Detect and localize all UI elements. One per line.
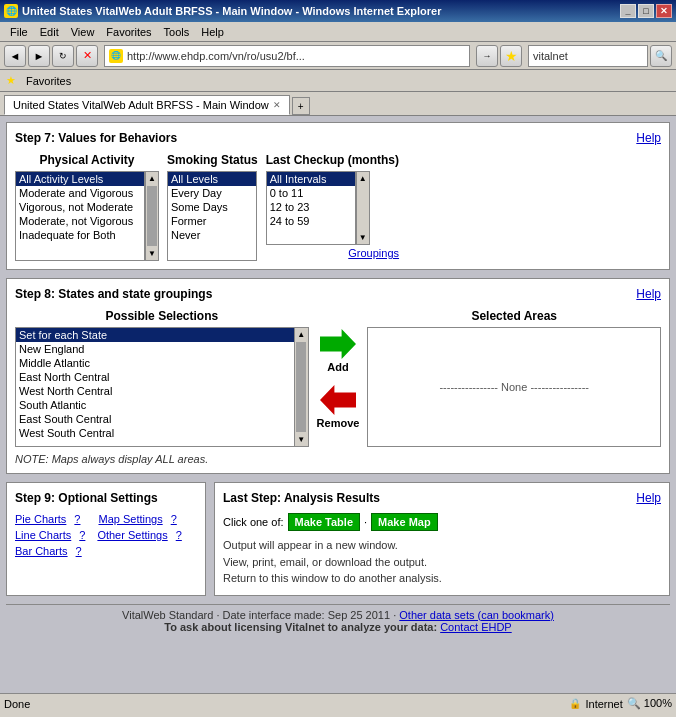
footer: VitalWeb Standard · Date interface made:… [6,604,670,637]
physical-activity-listbox[interactable]: All Activity Levels Moderate and Vigorou… [15,171,145,261]
menu-file[interactable]: File [4,24,34,40]
list-item[interactable]: Former [168,214,256,228]
listbox-scrollbar[interactable]: ▲ ▼ [145,171,159,261]
menu-view[interactable]: View [65,24,101,40]
map-settings-help[interactable]: ? [171,513,177,525]
bottom-row: Step 9: Optional Settings Pie Charts ? M… [6,482,670,604]
contact-ehdp-link[interactable]: Contact EHDP [440,621,512,633]
title-bar: 🌐 United States VitalWeb Adult BRFSS - M… [0,0,676,22]
list-item[interactable]: West South Central [16,426,294,440]
note-text: NOTE: Maps always display ALL areas. [15,453,661,465]
step8-help-link[interactable]: Help [636,287,661,301]
scroll-down-arrow[interactable]: ▼ [357,231,369,244]
menu-tools[interactable]: Tools [158,24,196,40]
list-item[interactable]: Never [168,228,256,242]
scroll-track [358,186,368,230]
close-button[interactable]: ✕ [656,4,672,18]
back-button[interactable]: ◄ [4,45,26,67]
list-item[interactable]: New England [16,342,294,356]
step7-title: Step 7: Values for Behaviors [15,131,177,145]
list-item[interactable]: All Levels [168,172,256,186]
list-item[interactable]: South Atlantic [16,398,294,412]
list-item[interactable]: West North Central [16,384,294,398]
pie-charts-help[interactable]: ? [74,513,80,525]
favorites-label[interactable]: Favorites [26,75,71,87]
other-settings-help[interactable]: ? [176,529,182,541]
new-tab-button[interactable]: + [292,97,310,115]
selected-areas-listbox[interactable]: ---------------- None ---------------- [367,327,661,447]
scroll-down-arrow[interactable]: ▼ [295,433,307,446]
last-step-title: Last Step: Analysis Results [223,491,380,505]
menu-favorites[interactable]: Favorites [100,24,157,40]
go-button[interactable]: → [476,45,498,67]
step7-help-link[interactable]: Help [636,131,661,145]
last-step-help-link[interactable]: Help [636,491,661,505]
bar-charts-row: Bar Charts ? [15,545,197,557]
list-item[interactable]: Every Day [168,186,256,200]
tab-close-button[interactable]: ✕ [273,100,281,110]
possible-selections-panel: Possible Selections Set for each State N… [15,309,309,447]
add-arrow-icon[interactable] [320,329,356,359]
list-item[interactable]: East South Central [16,412,294,426]
scroll-up-arrow[interactable]: ▲ [295,328,307,341]
maximize-button[interactable]: □ [638,4,654,18]
scroll-up-arrow[interactable]: ▲ [146,172,158,185]
pie-charts-link[interactable]: Pie Charts [15,513,66,525]
refresh-button[interactable]: ↻ [52,45,74,67]
list-item[interactable]: Some Days [168,200,256,214]
checkup-scrollbar[interactable]: ▲ ▼ [356,171,370,245]
list-item[interactable]: All Activity Levels [16,172,144,186]
make-table-button[interactable]: Make Table [288,513,361,531]
click-one-label: Click one of: [223,516,284,528]
bar-charts-link[interactable]: Bar Charts [15,545,68,557]
last-checkup-listbox[interactable]: All Intervals 0 to 11 12 to 23 24 to 59 [266,171,356,245]
groupings-link[interactable]: Groupings [266,247,399,259]
step9-section: Step 9: Optional Settings Pie Charts ? M… [6,482,206,596]
possible-selections-listbox[interactable]: Set for each State New England Middle At… [15,327,309,447]
line-charts-link[interactable]: Line Charts [15,529,71,541]
minimize-button[interactable]: _ [620,4,636,18]
click-one-row: Click one of: Make Table · Make Map [223,513,661,531]
menu-edit[interactable]: Edit [34,24,65,40]
add-to-favorites-button[interactable]: ★ [500,45,522,67]
selected-areas-panel: Selected Areas ---------------- None ---… [367,309,661,447]
stop-button[interactable]: ✕ [76,45,98,67]
remove-arrow-icon[interactable] [320,385,356,415]
favorites-star-icon: ★ [6,74,16,87]
other-settings-link[interactable]: Other Settings [97,529,167,541]
smoking-status-col: Smoking Status All Levels Every Day Some… [167,153,258,261]
output-line1: Output will appear in a new window. [223,537,661,554]
list-item[interactable]: 0 to 11 [267,186,355,200]
map-settings-link[interactable]: Map Settings [98,513,162,525]
list-item[interactable]: East North Central [16,370,294,384]
list-item[interactable]: Inadequate for Both [16,228,144,242]
list-item[interactable]: Moderate, not Vigorous [16,214,144,228]
search-bar-input[interactable]: vitalnet [528,45,648,67]
possible-scrollbar[interactable]: ▲ ▼ [294,328,308,446]
list-item[interactable]: All Intervals [267,172,355,186]
last-step-section: Last Step: Analysis Results Help Click o… [214,482,670,596]
forward-button[interactable]: ► [28,45,50,67]
search-button[interactable]: 🔍 [650,45,672,67]
address-bar[interactable]: 🌐 http://www.ehdp.com/vn/ro/usu2/bf... [104,45,470,67]
last-checkup-listbox-wrapper: All Intervals 0 to 11 12 to 23 24 to 59 … [266,171,399,245]
bar-charts-help[interactable]: ? [76,545,82,557]
active-tab[interactable]: United States VitalWeb Adult BRFSS - Mai… [4,95,290,115]
smoking-status-listbox[interactable]: All Levels Every Day Some Days Former Ne… [167,171,257,261]
toolbar: ◄ ► ↻ ✕ 🌐 http://www.ehdp.com/vn/ro/usu2… [0,42,676,70]
list-item[interactable]: Set for each State [16,328,294,342]
window-controls[interactable]: _ □ ✕ [620,4,672,18]
make-map-button[interactable]: Make Map [371,513,438,531]
list-item[interactable]: Middle Atlantic [16,356,294,370]
tab-bar: United States VitalWeb Adult BRFSS - Mai… [0,92,676,116]
list-item[interactable]: 24 to 59 [267,214,355,228]
list-item[interactable]: Vigorous, not Moderate [16,200,144,214]
list-item[interactable]: Moderate and Vigorous [16,186,144,200]
list-item[interactable]: 12 to 23 [267,200,355,214]
menu-help[interactable]: Help [195,24,230,40]
other-datasets-link[interactable]: Other data sets (can bookmark) [399,609,554,621]
scroll-down-arrow[interactable]: ▼ [146,247,158,260]
line-charts-help[interactable]: ? [79,529,85,541]
col1-header: Physical Activity [15,153,159,167]
scroll-up-arrow[interactable]: ▲ [357,172,369,185]
